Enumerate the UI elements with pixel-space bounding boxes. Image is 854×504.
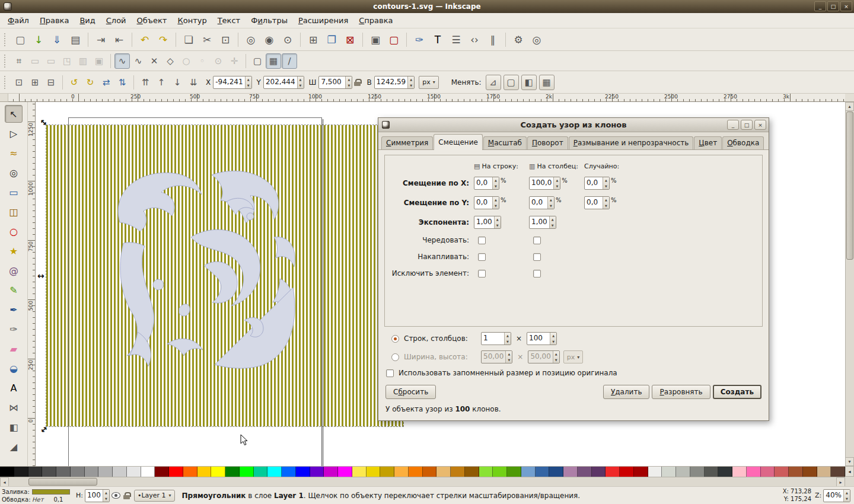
- zoom-drawing-icon[interactable]: ◉: [260, 31, 278, 49]
- horizontal-scrollbar[interactable]: ◂ ▸: [0, 477, 845, 486]
- scroll-down-icon[interactable]: ▾: [845, 457, 854, 466]
- minimize-button[interactable]: _: [814, 1, 826, 11]
- copy-icon[interactable]: ❏: [180, 31, 197, 49]
- lower-to-bottom-icon[interactable]: ⇊: [186, 75, 201, 90]
- palette-swatch[interactable]: [367, 467, 381, 477]
- unlink-clone-icon[interactable]: ⊠: [341, 31, 359, 49]
- box3d-tool-icon[interactable]: ◫: [5, 203, 23, 221]
- snap-guides-icon[interactable]: ∕: [282, 53, 297, 69]
- fill-stroke-indicator[interactable]: Заливка: Обводка: Нет 0,1: [2, 488, 70, 503]
- fill-color-swatch[interactable]: [32, 489, 70, 495]
- group-icon[interactable]: ▣: [367, 31, 384, 49]
- palette-swatch[interactable]: [225, 467, 240, 477]
- layer-lock-icon[interactable]: [123, 492, 130, 499]
- zoom-selection-icon[interactable]: ◎: [242, 31, 260, 49]
- palette-swatch[interactable]: [761, 467, 775, 477]
- palette-swatch[interactable]: [155, 467, 169, 477]
- scale-handle[interactable]: ↔: [37, 272, 44, 280]
- deselect-icon[interactable]: ⊟: [43, 75, 59, 90]
- select-all-layers-icon[interactable]: ⊞: [27, 75, 43, 90]
- dialog-titlebar[interactable]: Создать узор из клонов _□×: [378, 118, 769, 132]
- eraser-tool-icon[interactable]: ▰: [5, 340, 23, 358]
- rows-columns-radio[interactable]: [391, 335, 399, 343]
- vertical-scrollbar[interactable]: ▴ ▾: [845, 102, 854, 466]
- width-height-radio[interactable]: [391, 353, 399, 361]
- text-dialog-icon[interactable]: T: [429, 31, 447, 49]
- palette-swatch[interactable]: [747, 467, 761, 477]
- menu-extensions[interactable]: Расширения: [293, 14, 353, 27]
- palette-swatch[interactable]: [169, 467, 183, 477]
- palette-scroll-left-icon[interactable]: ◂: [845, 466, 854, 477]
- dialog-close-button[interactable]: ×: [754, 120, 766, 130]
- palette-swatch[interactable]: [817, 467, 831, 477]
- palette-swatch[interactable]: [183, 467, 197, 477]
- exclude-per-row-checkbox[interactable]: [478, 270, 486, 277]
- flip-vertical-icon[interactable]: ⇅: [114, 75, 130, 90]
- connector-tool-icon[interactable]: ⋈: [5, 398, 23, 416]
- menu-filters[interactable]: Фильтры: [246, 14, 293, 27]
- palette-swatch[interactable]: [436, 467, 451, 477]
- star-tool-icon[interactable]: ★: [5, 242, 23, 260]
- snap-to-path-intersections-icon[interactable]: ✕: [146, 53, 162, 69]
- tweak-tool-icon[interactable]: ≈: [5, 144, 23, 162]
- shift-x-random-spin[interactable]: 0,0▲▼: [584, 177, 610, 190]
- palette-swatch[interactable]: [141, 467, 155, 477]
- palette-swatch[interactable]: [71, 467, 85, 477]
- use-saved-size-checkbox[interactable]: [386, 369, 394, 377]
- tab-rotation[interactable]: Поворот: [527, 136, 568, 149]
- palette-swatch[interactable]: [578, 467, 592, 477]
- palette-swatch[interactable]: [662, 467, 676, 477]
- palette-swatch[interactable]: [338, 467, 352, 477]
- width-input[interactable]: 7,500▲▼: [318, 76, 352, 89]
- align-dialog-icon[interactable]: ∥: [484, 31, 502, 49]
- rect-tool-icon[interactable]: ▭: [5, 183, 23, 201]
- create-button[interactable]: Создать: [713, 385, 761, 399]
- palette-swatch[interactable]: [409, 467, 423, 477]
- print-icon[interactable]: ▤: [66, 31, 84, 49]
- alternate-per-row-checkbox[interactable]: [478, 237, 486, 244]
- tab-symmetry[interactable]: Симметрия: [381, 136, 433, 149]
- palette-swatch[interactable]: [536, 467, 550, 477]
- tab-trace[interactable]: Обводка: [722, 136, 764, 149]
- affect-gradients-icon[interactable]: ◧: [521, 75, 537, 90]
- scroll-up-icon[interactable]: ▴: [845, 102, 854, 111]
- opacity-spin[interactable]: 100▲▼: [85, 489, 110, 502]
- scroll-right-icon[interactable]: ▸: [836, 477, 845, 487]
- palette-swatch[interactable]: [394, 467, 409, 477]
- vertical-ruler[interactable]: 125010007505002500: [28, 102, 36, 466]
- menu-path[interactable]: Контур: [172, 14, 212, 27]
- dialog-minimize-button[interactable]: _: [727, 120, 739, 130]
- palette-swatch[interactable]: [0, 467, 14, 477]
- palette-swatch[interactable]: [197, 467, 212, 477]
- window-titlebar[interactable]: contours-1.svg — Inkscape _□×: [0, 0, 854, 13]
- menu-layer[interactable]: Слой: [101, 14, 132, 27]
- layer-visibility-icon[interactable]: [111, 492, 120, 499]
- palette-swatch[interactable]: [267, 467, 282, 477]
- palette-swatch[interactable]: [831, 467, 845, 477]
- palette-swatch[interactable]: [240, 467, 254, 477]
- palette-swatch[interactable]: [493, 467, 507, 477]
- palette-swatch[interactable]: [380, 467, 394, 477]
- duplicate-icon[interactable]: ⊞: [304, 31, 322, 49]
- node-tool-icon[interactable]: ▷: [5, 125, 23, 142]
- snap-grid-icon[interactable]: ▦: [266, 53, 281, 69]
- palette-swatch[interactable]: [85, 467, 99, 477]
- calligraphy-tool-icon[interactable]: ✑: [5, 320, 23, 338]
- palette-swatch[interactable]: [352, 467, 367, 477]
- vertical-scrollbar-thumb[interactable]: [846, 111, 853, 260]
- layer-selector[interactable]: •Layer 1 ▾: [134, 490, 175, 502]
- exponent-per-column-spin[interactable]: 1,00▲▼: [529, 216, 556, 229]
- pen-tool-icon[interactable]: ✒: [5, 301, 23, 318]
- palette-swatch[interactable]: [296, 467, 310, 477]
- tab-blur-opacity[interactable]: Размывание и непрозрачность: [569, 136, 694, 149]
- palette-swatch[interactable]: [282, 467, 296, 477]
- dialog-maximize-button[interactable]: □: [741, 120, 753, 130]
- new-document-icon[interactable]: ▢: [11, 31, 29, 49]
- height-input[interactable]: 1242,59▲▼: [374, 76, 415, 89]
- palette-swatch[interactable]: [606, 467, 620, 477]
- palette-swatch[interactable]: [803, 467, 817, 477]
- clone-icon[interactable]: ❐: [323, 31, 340, 49]
- tab-color[interactable]: Цвет: [694, 136, 722, 149]
- palette-swatch[interactable]: [211, 467, 225, 477]
- shift-y-random-spin[interactable]: 0,0▲▼: [584, 196, 610, 209]
